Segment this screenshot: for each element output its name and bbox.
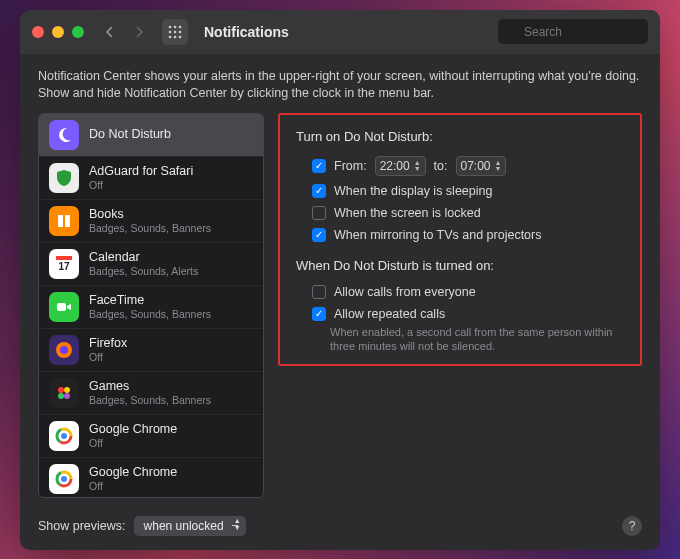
sidebar-item-facetime[interactable]: FaceTimeBadges, Sounds, Banners — [39, 286, 263, 329]
dnd-settings-panel: Turn on Do Not Disturb: From: 22:00 ▲▼ t… — [278, 113, 642, 367]
previews-select[interactable]: when unlocked ▲▼ — [134, 516, 246, 536]
svg-point-7 — [174, 35, 177, 38]
grid-icon — [168, 25, 182, 39]
app-name: Firefox — [89, 336, 127, 351]
locked-checkbox[interactable] — [312, 206, 326, 220]
turn-on-label: Turn on Do Not Disturb: — [296, 129, 624, 144]
app-name: Calendar — [89, 250, 198, 265]
app-text: BooksBadges, Sounds, Banners — [89, 207, 211, 235]
sidebar-item-firefox[interactable]: FirefoxOff — [39, 329, 263, 372]
app-text: Google ChromeOff — [89, 422, 177, 450]
from-time-value: 22:00 — [380, 159, 410, 173]
stepper-arrows-icon: ▲▼ — [414, 160, 421, 172]
sidebar-item-games[interactable]: GamesBadges, Sounds, Banners — [39, 372, 263, 415]
app-name: AdGuard for Safari — [89, 164, 193, 179]
allow-everyone-checkbox[interactable] — [312, 285, 326, 299]
search-wrap — [498, 19, 648, 44]
show-all-button[interactable] — [162, 19, 188, 45]
allow-everyone-label: Allow calls from everyone — [334, 285, 476, 299]
stepper-arrows-icon: ▲▼ — [495, 160, 502, 172]
sidebar-item-google-chrome[interactable]: Google ChromeOff — [39, 415, 263, 458]
search-input[interactable] — [498, 19, 648, 44]
svg-rect-11 — [56, 256, 72, 260]
sleeping-row: When the display is sleeping — [296, 184, 624, 198]
sidebar-item-adguard-for-safari[interactable]: AdGuard for SafariOff — [39, 157, 263, 200]
allow-repeated-label: Allow repeated calls — [334, 307, 445, 321]
from-row: From: 22:00 ▲▼ to: 07:00 ▲▼ — [296, 156, 624, 176]
app-sub: Off — [89, 351, 127, 364]
back-button[interactable] — [98, 21, 120, 43]
firefox-icon — [49, 335, 79, 365]
adguard-icon — [49, 163, 79, 193]
mirroring-checkbox[interactable] — [312, 228, 326, 242]
previews-value: when unlocked — [144, 519, 224, 533]
allow-repeated-checkbox[interactable] — [312, 307, 326, 321]
svg-point-4 — [174, 30, 177, 33]
svg-point-16 — [58, 387, 64, 393]
previews-label: Show previews: — [38, 519, 126, 533]
svg-point-6 — [169, 35, 172, 38]
app-text: FaceTimeBadges, Sounds, Banners — [89, 293, 211, 321]
locked-label: When the screen is locked — [334, 206, 481, 220]
app-text: AdGuard for SafariOff — [89, 164, 193, 192]
app-sub: Badges, Sounds, Alerts — [89, 265, 198, 278]
sidebar-item-do-not-disturb[interactable]: Do Not Disturb — [39, 114, 263, 157]
svg-point-17 — [64, 387, 70, 393]
app-sub: Off — [89, 179, 193, 192]
close-button[interactable] — [32, 26, 44, 38]
chrome-icon — [49, 464, 79, 494]
titlebar: Notifications — [20, 10, 660, 54]
app-name: Games — [89, 379, 211, 394]
help-button[interactable]: ? — [622, 516, 642, 536]
games-icon — [49, 378, 79, 408]
app-sub: Badges, Sounds, Banners — [89, 222, 211, 235]
app-name: Google Chrome — [89, 422, 177, 437]
svg-point-0 — [169, 25, 172, 28]
mirroring-label: When mirroring to TVs and projectors — [334, 228, 542, 242]
allow-everyone-row: Allow calls from everyone — [296, 285, 624, 299]
to-time-stepper[interactable]: 07:00 ▲▼ — [456, 156, 507, 176]
from-label: From: — [334, 159, 367, 173]
svg-point-19 — [64, 393, 70, 399]
to-label: to: — [434, 159, 448, 173]
forward-button[interactable] — [128, 21, 150, 43]
svg-point-1 — [174, 25, 177, 28]
sidebar-item-google-chrome[interactable]: Google ChromeOff — [39, 458, 263, 498]
sidebar-item-calendar[interactable]: 17CalendarBadges, Sounds, Alerts — [39, 243, 263, 286]
traffic-lights — [32, 26, 84, 38]
app-name: Do Not Disturb — [89, 127, 171, 142]
app-text: Do Not Disturb — [89, 127, 171, 142]
app-text: FirefoxOff — [89, 336, 127, 364]
body: Do Not DisturbAdGuard for SafariOffBooks… — [20, 113, 660, 506]
sleeping-label: When the display is sleeping — [334, 184, 492, 198]
svg-point-5 — [179, 30, 182, 33]
svg-rect-13 — [57, 303, 66, 311]
allow-repeated-row: Allow repeated calls — [296, 307, 624, 321]
zoom-button[interactable] — [72, 26, 84, 38]
from-time-stepper[interactable]: 22:00 ▲▼ — [375, 156, 426, 176]
sleeping-checkbox[interactable] — [312, 184, 326, 198]
app-name: FaceTime — [89, 293, 211, 308]
pane-description: Notification Center shows your alerts in… — [20, 54, 660, 113]
footer: Show previews: when unlocked ▲▼ ? — [20, 506, 660, 550]
app-sidebar[interactable]: Do Not DisturbAdGuard for SafariOffBooks… — [38, 113, 264, 498]
svg-point-3 — [169, 30, 172, 33]
svg-point-29 — [61, 476, 67, 482]
svg-point-15 — [60, 346, 68, 354]
app-name: Books — [89, 207, 211, 222]
sidebar-item-books[interactable]: BooksBadges, Sounds, Banners — [39, 200, 263, 243]
locked-row: When the screen is locked — [296, 206, 624, 220]
facetime-icon — [49, 292, 79, 322]
svg-text:17: 17 — [58, 261, 70, 272]
window-title: Notifications — [204, 24, 490, 40]
svg-point-2 — [179, 25, 182, 28]
repeated-hint: When enabled, a second call from the sam… — [296, 325, 624, 355]
minimize-button[interactable] — [52, 26, 64, 38]
mirroring-row: When mirroring to TVs and projectors — [296, 228, 624, 242]
from-checkbox[interactable] — [312, 159, 326, 173]
app-text: GamesBadges, Sounds, Banners — [89, 379, 211, 407]
svg-point-8 — [179, 35, 182, 38]
app-name: Google Chrome — [89, 465, 177, 480]
svg-point-24 — [61, 433, 67, 439]
svg-point-18 — [58, 393, 64, 399]
